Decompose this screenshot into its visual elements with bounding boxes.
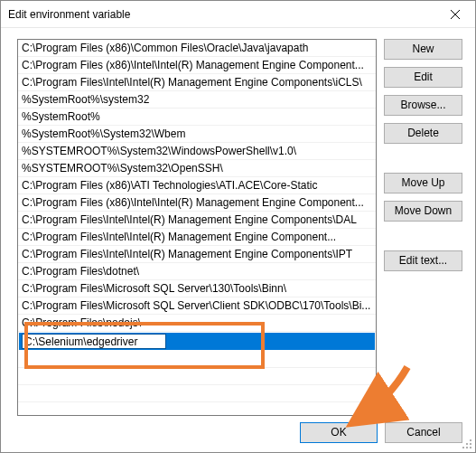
empty-row[interactable] [18, 385, 376, 402]
new-button[interactable]: New [384, 39, 462, 60]
selected-row[interactable] [19, 333, 375, 350]
list-item[interactable]: C:\Program Files\dotnet\ [18, 263, 376, 280]
list-item[interactable]: C:\Program Files\Intel\Intel(R) Manageme… [18, 229, 376, 246]
svg-rect-5 [462, 447, 464, 448]
list-item[interactable]: C:\Program Files (x86)\ATI Technologies\… [18, 177, 376, 194]
move-down-button[interactable]: Move Down [384, 201, 462, 222]
list-item[interactable]: C:\Program Files (x86)\Intel\Intel(R) Ma… [18, 57, 376, 74]
browse-button[interactable]: Browse... [384, 95, 462, 116]
list-item[interactable]: C:\Program Files (x86)\Common Files\Orac… [18, 40, 376, 57]
ok-button[interactable]: OK [300, 422, 378, 443]
list-item[interactable]: C:\Program Files\Microsoft SQL Server\Cl… [18, 297, 376, 315]
close-button[interactable] [434, 1, 475, 28]
list-item[interactable]: C:\Program Files\Intel\Intel(R) Manageme… [18, 212, 376, 229]
edit-input[interactable] [22, 334, 166, 349]
empty-row[interactable] [18, 368, 376, 385]
path-listbox[interactable]: C:\Program Files (x86)\Common Files\Orac… [17, 39, 377, 416]
window-title: Edit environment variable [8, 8, 434, 21]
svg-rect-7 [470, 447, 471, 448]
title-bar: Edit environment variable [1, 1, 475, 28]
list-item[interactable]: %SYSTEMROOT%\System32\WindowsPowerShell\… [18, 143, 376, 160]
close-icon [451, 10, 460, 19]
resize-grip[interactable] [462, 439, 473, 450]
cancel-button[interactable]: Cancel [385, 422, 462, 443]
list-item[interactable]: %SystemRoot%\system32 [18, 91, 376, 109]
svg-rect-4 [470, 443, 471, 445]
list-item[interactable]: %SystemRoot%\System32\Wbem [18, 126, 376, 143]
empty-row[interactable] [18, 351, 376, 368]
list-item[interactable]: %SYSTEMROOT%\System32\OpenSSH\ [18, 160, 376, 177]
edit-button[interactable]: Edit [384, 67, 462, 88]
list-item[interactable]: %SystemRoot% [18, 109, 376, 126]
list-item[interactable]: C:\Program Files\Microsoft SQL Server\13… [18, 280, 376, 297]
grip-icon [462, 439, 473, 450]
edit-text-button[interactable]: Edit text... [384, 250, 462, 271]
delete-button[interactable]: Delete [384, 123, 462, 144]
list-item[interactable]: C:\Program Files (x86)\Intel\Intel(R) Ma… [18, 194, 376, 212]
list-item[interactable]: C:\Program Files\nodejs\ [18, 315, 376, 332]
move-up-button[interactable]: Move Up [384, 173, 462, 193]
empty-row[interactable] [18, 402, 376, 416]
svg-rect-6 [466, 447, 468, 448]
svg-rect-3 [466, 443, 468, 445]
list-item[interactable]: C:\Program Files\Intel\Intel(R) Manageme… [18, 246, 376, 263]
svg-rect-2 [470, 439, 471, 441]
list-item[interactable]: C:\Program Files\Intel\Intel(R) Manageme… [18, 74, 376, 91]
